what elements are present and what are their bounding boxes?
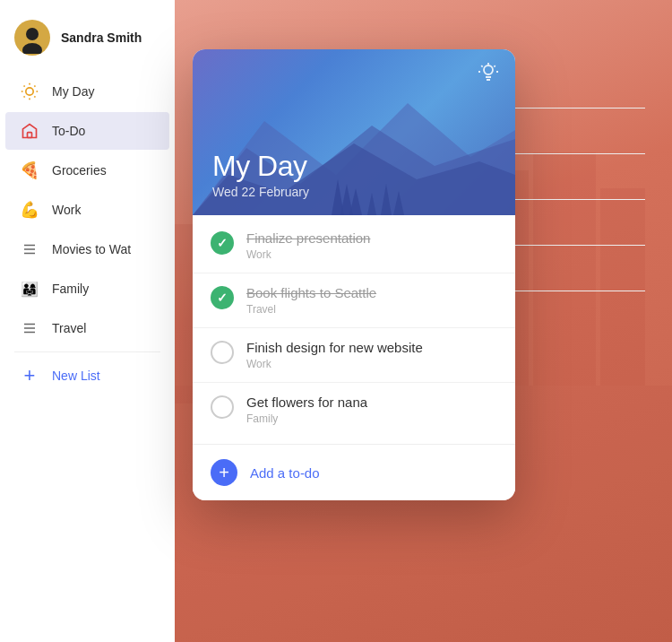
sidebar-item-work[interactable]: 💪 Work — [5, 191, 169, 229]
sidebar-item-label-to-do: To-Do — [52, 124, 85, 138]
task-item-1[interactable]: Finalize presentation Work — [193, 219, 515, 273]
task-name-2: Book flights to Seattle — [246, 285, 376, 300]
task-checkbox-1[interactable] — [211, 231, 234, 255]
svg-line-24 — [24, 86, 25, 87]
sidebar-item-family[interactable]: 👨‍👩‍👧 Family — [5, 270, 169, 308]
sidebar-item-my-day[interactable]: My Day — [5, 73, 169, 110]
task-info-2: Book flights to Seattle Travel — [246, 285, 376, 316]
sidebar-item-label-movies: Movies to Wat — [52, 242, 131, 256]
list-icon-travel — [20, 318, 39, 338]
task-category-1: Work — [246, 248, 370, 261]
sidebar-item-label-work: Work — [52, 203, 81, 217]
sidebar-item-to-do[interactable]: To-Do — [5, 112, 169, 150]
task-info-4: Get flowers for nana Family — [246, 395, 367, 425]
sidebar-item-label-groceries: Groceries — [52, 163, 107, 178]
task-checkbox-3[interactable] — [211, 341, 234, 364]
user-name: Sandra Smith — [61, 30, 142, 45]
svg-line-49 — [494, 65, 495, 66]
pizza-icon: 🍕 — [20, 160, 39, 180]
card-title: My Day — [212, 150, 309, 183]
card-header-text: My Day Wed 22 February — [212, 150, 309, 199]
avatar — [14, 20, 50, 56]
svg-line-29 — [34, 86, 35, 87]
svg-rect-30 — [28, 133, 32, 138]
card-header: My Day Wed 22 February — [193, 49, 515, 215]
task-info-3: Finish design for new website Work — [246, 340, 423, 370]
card-date: Wed 22 February — [212, 185, 309, 199]
task-category-2: Travel — [246, 303, 376, 316]
plus-icon: + — [20, 366, 39, 386]
task-info-1: Finalize presentation Work — [246, 230, 370, 261]
task-name-1: Finalize presentation — [246, 230, 370, 246]
sun-icon — [20, 82, 39, 101]
list-icon-movies — [20, 239, 39, 259]
sidebar: Sandra Smith My Day — [0, 0, 175, 642]
nav-items: My Day To-Do 🍕 Groceries 💪 Work — [0, 72, 175, 642]
muscle-icon: 💪 — [20, 200, 39, 220]
sidebar-item-groceries[interactable]: 🍕 Groceries — [5, 152, 169, 189]
user-profile[interactable]: Sandra Smith — [0, 0, 175, 72]
svg-point-46 — [484, 65, 493, 74]
add-todo-label[interactable]: Add a to-do — [250, 465, 320, 481]
sidebar-divider — [14, 351, 160, 352]
task-item-3[interactable]: Finish design for new website Work — [193, 328, 515, 383]
card-task-list: Finalize presentation Work Book flights … — [193, 215, 515, 444]
home-icon — [20, 121, 39, 141]
svg-point-19 — [26, 28, 39, 40]
new-list-label: New List — [52, 369, 100, 383]
task-item-4[interactable]: Get flowers for nana Family — [193, 383, 515, 437]
svg-point-21 — [26, 88, 33, 95]
task-category-4: Family — [246, 412, 367, 425]
myday-card: My Day Wed 22 February Finalize presenta… — [193, 49, 515, 500]
family-icon: 👨‍👩‍👧 — [20, 279, 39, 299]
task-checkbox-4[interactable] — [211, 395, 234, 419]
svg-line-28 — [24, 96, 25, 97]
task-checkbox-2[interactable] — [211, 286, 234, 309]
sidebar-item-movies[interactable]: Movies to Wat — [5, 230, 169, 268]
sidebar-item-label-travel: Travel — [52, 321, 86, 335]
task-name-4: Get flowers for nana — [246, 395, 367, 410]
sidebar-item-travel[interactable]: Travel — [5, 309, 169, 347]
task-name-3: Finish design for new website — [246, 340, 423, 355]
new-list-button[interactable]: + New List — [5, 357, 169, 395]
task-category-3: Work — [246, 358, 423, 370]
sidebar-item-label-family: Family — [52, 282, 89, 296]
card-footer[interactable]: + Add a to-do — [193, 444, 515, 500]
svg-line-25 — [34, 96, 35, 97]
add-todo-button[interactable]: + — [211, 459, 237, 486]
sidebar-item-label-my-day: My Day — [52, 84, 94, 99]
task-item-2[interactable]: Book flights to Seattle Travel — [193, 273, 515, 328]
svg-line-48 — [481, 65, 482, 66]
bulb-icon[interactable] — [478, 62, 499, 89]
